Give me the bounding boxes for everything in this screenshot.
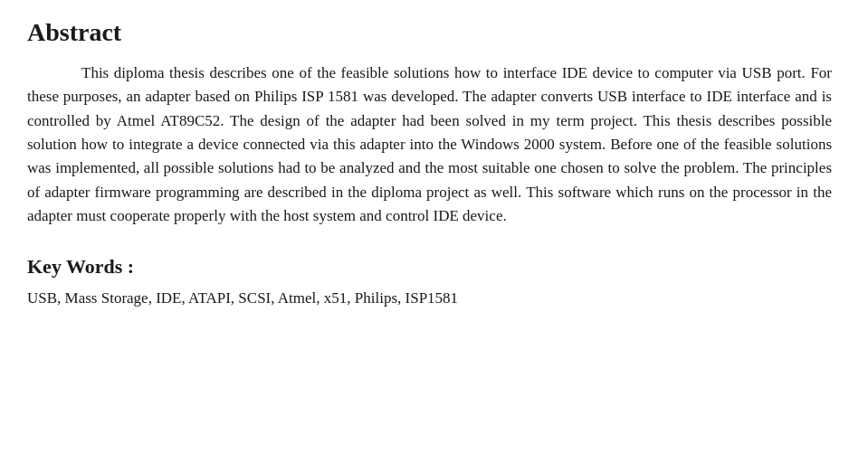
abstract-paragraph: This diploma thesis describes one of the… [27, 61, 832, 228]
abstract-title: Abstract [27, 18, 832, 47]
key-words-list: USB, Mass Storage, IDE, ATAPI, SCSI, Atm… [27, 286, 832, 310]
key-words-section: Key Words : USB, Mass Storage, IDE, ATAP… [27, 255, 832, 310]
key-words-label: Key Words : [27, 255, 832, 279]
abstract-body: This diploma thesis describes one of the… [27, 61, 832, 228]
